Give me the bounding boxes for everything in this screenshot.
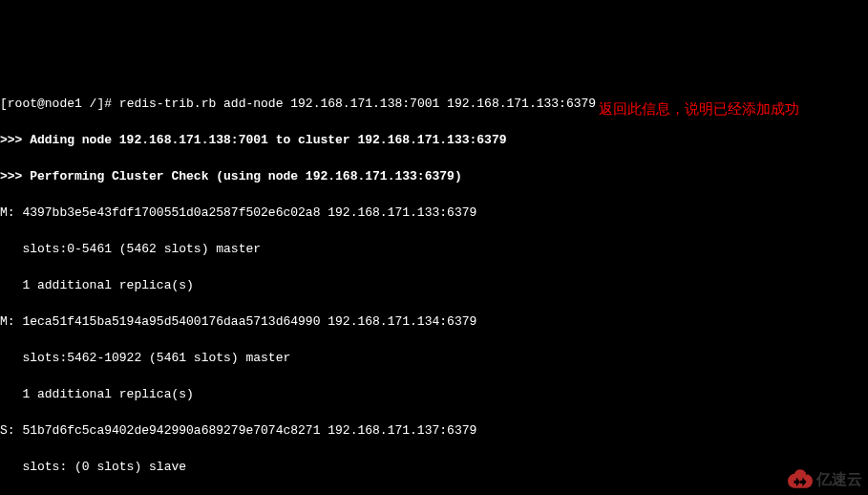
output-line: slots: (0 slots) slave bbox=[0, 458, 868, 476]
output-line: M: 1eca51f415ba5194a95d5400176daa5713d64… bbox=[0, 312, 868, 331]
terminal-output: [root@node1 /]# redis-trib.rb add-node 1… bbox=[0, 73, 868, 495]
annotation-text: 返回此信息，说明已经添加成功 bbox=[599, 99, 799, 118]
watermark-label: 亿速云 bbox=[816, 470, 862, 488]
output-line: 1 additional replica(s) bbox=[0, 276, 868, 294]
output-line: slots:5462-10922 (5461 slots) master bbox=[0, 349, 868, 367]
command-text: redis-trib.rb add-node 192.168.171.138:7… bbox=[119, 97, 596, 111]
cloud-icon bbox=[788, 468, 813, 489]
output-line: 1 additional replica(s) bbox=[0, 385, 868, 403]
output-line: >>> Performing Cluster Check (using node… bbox=[0, 167, 868, 185]
output-line: M: 4397bb3e5e43fdf1700551d0a2587f502e6c0… bbox=[0, 204, 868, 222]
output-line: S: 51b7d6fc5ca9402de942990a689279e7074c8… bbox=[0, 421, 868, 440]
watermark: 亿速云 bbox=[788, 468, 862, 489]
output-line: >>> Adding node 192.168.171.138:7001 to … bbox=[0, 131, 868, 149]
output-line: slots:0-5461 (5462 slots) master bbox=[0, 240, 868, 258]
shell-prompt: [root@node1 /]# bbox=[0, 97, 119, 111]
